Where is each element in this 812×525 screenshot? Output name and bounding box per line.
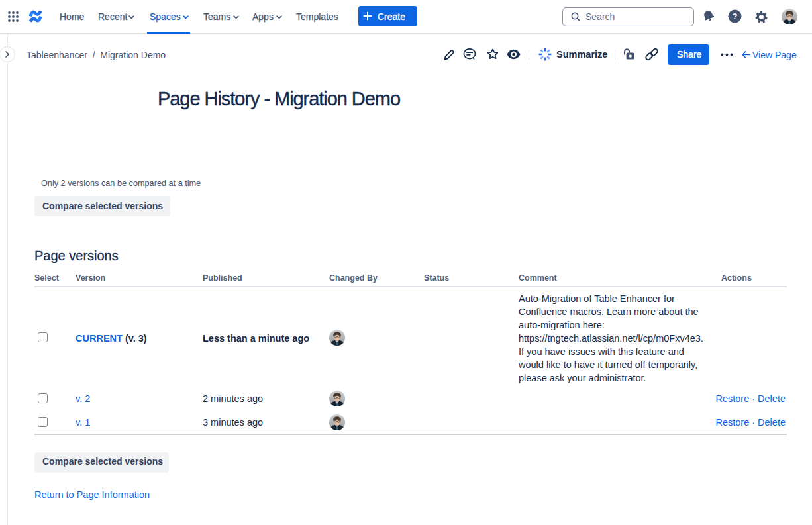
svg-text:?: ? <box>733 11 738 21</box>
